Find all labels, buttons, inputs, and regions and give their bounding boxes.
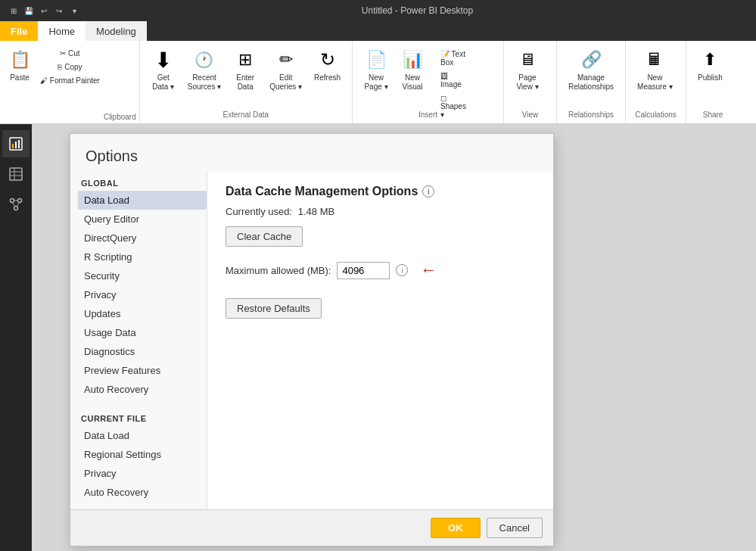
edit-queries-label: EditQueries ▾ (269, 73, 302, 92)
enter-data-icon: ⊞ (233, 48, 257, 72)
dialog-body: GLOBAL Data Load Query Editor DirectQuer… (70, 173, 553, 509)
new-visual-label: NewVisual (402, 73, 422, 92)
nav-item-privacy-file[interactable]: Privacy (78, 464, 207, 483)
save-icon[interactable]: 💾 (23, 5, 35, 17)
dialog-footer: OK Cancel (70, 509, 553, 546)
refresh-icon: ↻ (316, 48, 340, 72)
paste-label: Paste (10, 73, 30, 82)
max-allowed-info-icon[interactable]: i (396, 264, 408, 276)
nav-item-auto-recovery-file[interactable]: Auto Recovery (78, 483, 207, 502)
new-visual-button[interactable]: 📊 NewVisual (395, 44, 430, 104)
arrow-annotation: ← (420, 260, 437, 280)
dropdown-icon[interactable]: ▾ (68, 5, 80, 17)
recent-sources-icon: 🕐 (192, 48, 216, 72)
edit-queries-button[interactable]: ✏ EditQueries ▾ (264, 44, 307, 104)
new-measure-button[interactable]: 🖩 NewMeasure ▾ (632, 44, 678, 104)
image-small[interactable]: 🖼 Image (437, 70, 471, 91)
external-data-label: External Data (223, 107, 269, 121)
enter-data-button[interactable]: ⊞ EnterData (228, 44, 263, 104)
restore-defaults-button[interactable]: Restore Defaults (226, 298, 322, 319)
nav-item-privacy[interactable]: Privacy (78, 285, 207, 304)
content-title: Data Cache Management Options i (226, 185, 535, 198)
publish-icon: ⬆ (698, 48, 722, 72)
svg-rect-2 (15, 142, 17, 148)
nav-item-query-editor[interactable]: Query Editor (78, 210, 207, 229)
nav-item-preview-features[interactable]: Preview Features (78, 361, 207, 380)
nav-item-r-scripting[interactable]: R Scripting (78, 247, 207, 266)
ribbon-group-relationships: 🔗 ManageRelationships Relationships (557, 41, 626, 123)
sidebar-item-model[interactable] (2, 191, 30, 218)
new-page-button[interactable]: 📄 NewPage ▾ (359, 44, 394, 104)
nav-item-data-load-file[interactable]: Data Load (78, 426, 207, 445)
page-view-button[interactable]: 🖥 PageView ▾ (510, 44, 545, 104)
svg-rect-1 (12, 144, 14, 148)
nav-item-usage-data[interactable]: Usage Data (78, 323, 207, 342)
nav-item-regional-settings[interactable]: Regional Settings (78, 445, 207, 464)
tab-row: File Home Modeling (0, 21, 756, 41)
ribbon-group-insert: 📄 NewPage ▾ 📊 NewVisual 📝 Text Box 🖼 Ima… (353, 41, 504, 123)
new-visual-icon: 📊 (400, 48, 425, 72)
new-page-label: NewPage ▾ (364, 73, 387, 92)
sidebar-item-report[interactable] (2, 130, 30, 157)
max-allowed-row: Maximum allowed (MB): i ← (226, 260, 535, 280)
ribbon-group-calculations: 🖩 NewMeasure ▾ Calculations (626, 41, 686, 123)
current-file-section-label: CURRENT FILE (78, 408, 207, 426)
clipboard-label: Clipboard (104, 110, 136, 123)
text-box-small[interactable]: 📝 Text Box (437, 48, 471, 69)
insert-label: Insert (418, 107, 437, 121)
new-measure-label: NewMeasure ▾ (637, 73, 673, 92)
redo-icon[interactable]: ↪ (53, 5, 65, 17)
tab-modeling[interactable]: Modeling (86, 21, 147, 41)
recent-sources-button[interactable]: 🕐 RecentSources ▾ (182, 44, 226, 104)
svg-rect-3 (18, 140, 20, 148)
ok-button[interactable]: OK (431, 518, 481, 538)
refresh-label: Refresh (314, 73, 341, 82)
format-painter-button[interactable]: 🖌 Format Painter (36, 74, 104, 87)
undo-icon[interactable]: ↩ (38, 5, 50, 17)
paste-icon: 📋 (8, 48, 32, 72)
global-section-label: GLOBAL (78, 173, 207, 191)
page-view-label: PageView ▾ (516, 73, 538, 92)
shapes-small[interactable]: ◻ Shapes ▾ (437, 92, 471, 121)
publish-button[interactable]: ⬆ Publish (692, 44, 728, 104)
get-data-button[interactable]: ⬇ GetData ▾ (146, 44, 181, 104)
nav-item-diagnostics[interactable]: Diagnostics (78, 342, 207, 361)
tab-file[interactable]: File (0, 21, 38, 41)
app-icon: ⊞ (8, 5, 20, 17)
view-label: View (522, 107, 539, 121)
clear-cache-button[interactable]: Clear Cache (226, 226, 303, 247)
refresh-button[interactable]: ↻ Refresh (309, 44, 346, 104)
sidebar-item-table[interactable] (2, 160, 30, 188)
ribbon-group-view: 🖥 PageView ▾ View (504, 41, 557, 123)
cut-button[interactable]: ✂ Cut (36, 47, 104, 60)
text-box-button[interactable]: 📝 Text Box 🖼 Image ◻ Shapes ▾ (431, 44, 477, 125)
nav-item-directquery[interactable]: DirectQuery (78, 229, 207, 247)
copy-button[interactable]: ⎘ Copy (36, 61, 104, 73)
main-area: Options GLOBAL Data Load Query Editor Di… (0, 124, 756, 551)
ribbon-group-clipboard: 📋 Paste ✂ Cut ⎘ Copy 🖌 Format Painter Cl… (0, 41, 140, 123)
tab-home[interactable]: Home (38, 21, 86, 41)
svg-rect-4 (10, 168, 22, 180)
manage-relationships-label: ManageRelationships (568, 73, 614, 92)
edit-queries-icon: ✏ (274, 48, 298, 72)
svg-point-8 (11, 199, 14, 203)
paste-button[interactable]: 📋 Paste (3, 44, 36, 123)
max-allowed-input[interactable] (337, 262, 390, 279)
info-icon[interactable]: i (422, 185, 434, 198)
dialog-overlay: Options GLOBAL Data Load Query Editor Di… (32, 124, 756, 551)
nav-item-data-load[interactable]: Data Load (78, 191, 207, 210)
recent-sources-label: RecentSources ▾ (188, 73, 221, 92)
new-page-icon: 📄 (364, 48, 388, 72)
ribbon: 📋 Paste ✂ Cut ⎘ Copy 🖌 Format Painter Cl… (0, 41, 756, 124)
nav-item-auto-recovery-global[interactable]: Auto Recovery (78, 380, 207, 399)
clipboard-small-buttons: ✂ Cut ⎘ Copy 🖌 Format Painter (36, 44, 104, 123)
get-data-icon: ⬇ (151, 48, 176, 72)
nav-item-security[interactable]: Security (78, 266, 207, 285)
svg-point-9 (18, 199, 22, 203)
manage-relationships-button[interactable]: 🔗 ManageRelationships (563, 44, 619, 104)
svg-point-10 (14, 207, 18, 210)
nav-item-updates[interactable]: Updates (78, 304, 207, 323)
title-bar: ⊞ 💾 ↩ ↪ ▾ Untitled - Power BI Desktop (0, 0, 756, 21)
cancel-button[interactable]: Cancel (487, 518, 543, 538)
ribbon-group-external-data: ⬇ GetData ▾ 🕐 RecentSources ▾ ⊞ EnterDat… (140, 41, 353, 123)
